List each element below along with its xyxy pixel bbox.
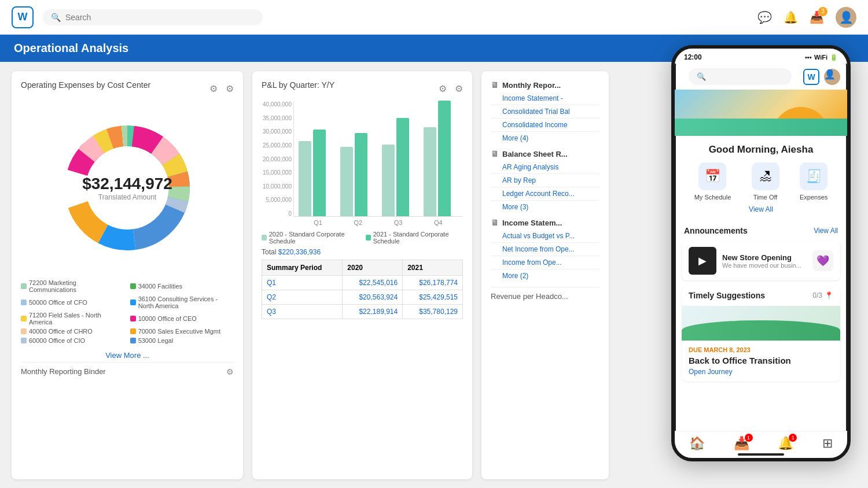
phone-bell-icon[interactable]: 🔔 1 bbox=[778, 436, 793, 451]
bar-settings-icon[interactable]: ⚙ bbox=[455, 83, 463, 94]
legend-item: 53000 Legal bbox=[130, 337, 233, 344]
phone-home-icon[interactable]: 🏠 bbox=[689, 436, 705, 451]
balance-section-title: 🖥 Balance Sheet R... bbox=[491, 149, 599, 158]
signal-icon: ▪▪▪ bbox=[805, 54, 812, 61]
phone-home-indicator bbox=[738, 453, 784, 456]
balance-sheet-section: 🖥 Balance Sheet R... AR Aging Analysis A… bbox=[491, 149, 599, 213]
summary-table: Summary Period 2020 2021 Q1 $22,545,016 … bbox=[262, 260, 463, 319]
phone-grid-icon[interactable]: ⊞ bbox=[822, 436, 833, 451]
time-off-action[interactable]: 🏖 Time Off bbox=[752, 162, 779, 201]
donut-legend: 72200 Marketing Communications 34000 Fac… bbox=[21, 279, 234, 344]
legend-2021: 2021 - Standard Corporate Schedule bbox=[366, 231, 463, 245]
legend-item: 71200 Field Sales - North America bbox=[21, 312, 123, 326]
timely-location-icon: 📍 bbox=[825, 291, 833, 300]
bottom-card-label: Monthly Reporting Binder ⚙ bbox=[21, 362, 234, 376]
phone-search-icon: 🔍 bbox=[697, 72, 706, 81]
report-item[interactable]: Actual vs Budget vs P... bbox=[491, 230, 599, 243]
phone-hero bbox=[675, 90, 847, 136]
legend-color bbox=[130, 283, 136, 289]
donut-center-text: $32,144,972 Translated Amount bbox=[82, 175, 172, 201]
timely-suggestions: Timely Suggestions 0/3 📍 DUE MARCH 8, 20… bbox=[682, 285, 840, 382]
legend-color bbox=[21, 328, 27, 334]
donut-chart-card: Operating Expenses by Cost Center ⚙ ⚙ bbox=[12, 71, 243, 479]
view-more-link[interactable]: View More ... bbox=[21, 351, 234, 360]
income-statement-section: 🖥 Income Statem... Actual vs Budget vs P… bbox=[491, 218, 599, 282]
report-item[interactable]: Consolidated Income bbox=[491, 119, 599, 132]
bottom-settings-icon[interactable]: ⚙ bbox=[226, 367, 234, 376]
col-2021: 2021 bbox=[403, 260, 463, 276]
search-bar[interactable]: 🔍 bbox=[43, 9, 263, 25]
phone-logo: W bbox=[803, 69, 819, 85]
phone-time: 12:00 bbox=[684, 53, 702, 61]
more-income-link[interactable]: More (2) bbox=[491, 269, 599, 282]
open-journey-link[interactable]: Open Journey bbox=[689, 368, 833, 376]
report-item[interactable]: AR by Rep bbox=[491, 174, 599, 187]
phone-status-bar: 12:00 ▪▪▪ WiFi 🔋 bbox=[675, 49, 847, 64]
filter-icon[interactable]: ⚙ bbox=[209, 83, 218, 94]
view-all-actions[interactable]: View All bbox=[684, 205, 838, 213]
bar-2021-q1 bbox=[313, 130, 326, 216]
table-row: Q3 $22,189,914 $35,780,129 bbox=[262, 305, 463, 319]
y-axis: 40,000,000 35,000,000 30,000,000 25,000,… bbox=[262, 101, 292, 217]
report-item[interactable]: Net Income from Ope... bbox=[491, 243, 599, 256]
notification-icon[interactable]: 🔔 bbox=[784, 10, 798, 24]
bar-chart-bars bbox=[293, 101, 463, 217]
announcement-title: New Store Opening bbox=[722, 253, 801, 262]
legend-item: 40000 Office of CHRO bbox=[21, 328, 123, 335]
announcement-thumbnail[interactable]: ▶ bbox=[689, 247, 716, 275]
bar-filter-icon[interactable]: ⚙ bbox=[439, 83, 447, 94]
legend-item: 36100 Consulting Services - North Americ… bbox=[130, 295, 233, 309]
col-period: Summary Period bbox=[262, 260, 343, 276]
report-item[interactable]: AR Aging Analysis bbox=[491, 161, 599, 174]
user-avatar[interactable]: 👤 bbox=[836, 7, 856, 28]
search-input[interactable] bbox=[65, 13, 255, 22]
hero-green-wave bbox=[675, 119, 847, 136]
bar-group-q4 bbox=[424, 101, 458, 216]
revenue-card-label: Revenue per Headco... bbox=[491, 287, 599, 301]
report-item[interactable]: Ledger Account Reco... bbox=[491, 187, 599, 201]
chat-icon[interactable]: 💬 bbox=[757, 10, 772, 24]
expenses-action[interactable]: 🧾 Expenses bbox=[800, 162, 827, 201]
announcement-heart-icon[interactable]: 💜 bbox=[812, 250, 833, 271]
legend-color bbox=[130, 328, 136, 334]
report-item[interactable]: Consolidated Trial Bal bbox=[491, 105, 599, 119]
app-logo[interactable]: W bbox=[12, 6, 34, 28]
report-item[interactable]: Income Statement - bbox=[491, 92, 599, 105]
more-monthly-link[interactable]: More (4) bbox=[491, 132, 599, 145]
income-section-title: 🖥 Income Statem... bbox=[491, 218, 599, 227]
timely-count-row: 0/3 📍 bbox=[812, 291, 833, 300]
phone-search-bar[interactable]: 🔍 bbox=[689, 68, 792, 85]
expenses-icon: 🧾 bbox=[800, 162, 827, 190]
bar-card-title: P&L by Quarter: Y/Y bbox=[262, 80, 334, 90]
announcements-view-all[interactable]: View All bbox=[814, 227, 838, 235]
donut-card-icons: ⚙ ⚙ bbox=[209, 83, 234, 94]
legend-2020-color bbox=[262, 235, 267, 241]
monthly-section-title: 🖥 Monthly Repor... bbox=[491, 80, 599, 90]
phone-search-row: 🔍 W 👤 bbox=[675, 64, 847, 90]
legend-color bbox=[130, 338, 136, 343]
phone-inbox-icon[interactable]: 📥 1 bbox=[734, 436, 749, 451]
bar-group-q2 bbox=[340, 133, 375, 216]
phone-greeting: Good Morning, Aiesha bbox=[684, 144, 838, 156]
more-balance-link[interactable]: More (3) bbox=[491, 201, 599, 213]
legend-item: 60000 Office of CIO bbox=[21, 337, 123, 344]
legend-color bbox=[21, 316, 27, 321]
my-schedule-action[interactable]: 📅 My Schedule bbox=[694, 162, 731, 201]
report-item[interactable]: Income from Ope... bbox=[491, 256, 599, 269]
bar-2020-q4 bbox=[424, 127, 436, 216]
settings-icon[interactable]: ⚙ bbox=[226, 83, 234, 94]
legend-2020: 2020 - Standard Corporate Schedule bbox=[262, 231, 359, 245]
donut-subtitle: Translated Amount bbox=[82, 193, 172, 201]
inbox-icon[interactable]: 📥3 bbox=[810, 10, 824, 24]
bar-2021-q3 bbox=[396, 118, 409, 216]
inbox-badge: 3 bbox=[818, 7, 827, 16]
phone-user-avatar[interactable]: 👤 bbox=[824, 69, 840, 85]
legend-item: 50000 Office of CFO bbox=[21, 295, 123, 309]
donut-amount: $32,144,972 bbox=[82, 175, 172, 193]
legend-color bbox=[21, 300, 27, 305]
announcements-title: Announcements bbox=[684, 226, 748, 235]
table-row: Q1 $22,545,016 $26,178,774 bbox=[262, 276, 463, 290]
monthly-reporting-section: 🖥 Monthly Repor... Income Statement - Co… bbox=[491, 80, 599, 145]
bar-2021-q4 bbox=[438, 101, 451, 216]
timely-title: Timely Suggestions bbox=[689, 291, 765, 300]
